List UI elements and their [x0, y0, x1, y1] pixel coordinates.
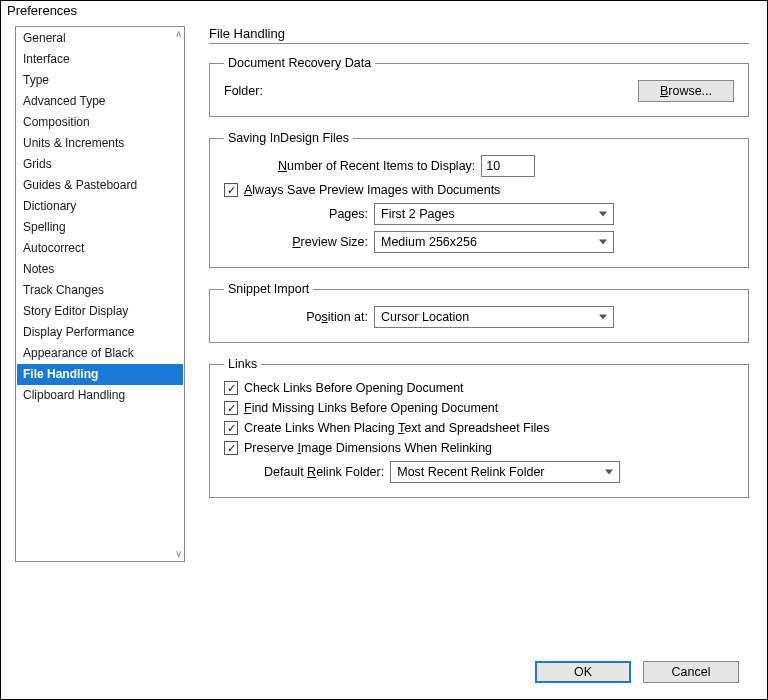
- find-missing-links-checkbox[interactable]: [224, 401, 238, 415]
- default-relink-folder-select[interactable]: Most Recent Relink Folder: [390, 461, 620, 483]
- sidebar-item-advanced-type[interactable]: Advanced Type: [17, 91, 183, 112]
- sidebar-item-grids[interactable]: Grids: [17, 154, 183, 175]
- sidebar-item-general[interactable]: General: [17, 28, 183, 49]
- sidebar-item-track-changes[interactable]: Track Changes: [17, 280, 183, 301]
- group-snippet: Snippet Import Position at: Cursor Locat…: [209, 282, 749, 343]
- window-title: Preferences: [1, 1, 767, 22]
- chevron-down-icon[interactable]: ∨: [175, 549, 182, 559]
- settings-pane: File Handling Document Recovery Data Fol…: [209, 22, 753, 649]
- recovery-folder-label: Folder:: [224, 84, 284, 98]
- check-links-checkbox[interactable]: [224, 381, 238, 395]
- group-snippet-legend: Snippet Import: [224, 282, 313, 296]
- sidebar-item-display-performance[interactable]: Display Performance: [17, 322, 183, 343]
- sidebar-item-autocorrect[interactable]: Autocorrect: [17, 238, 183, 259]
- sidebar-item-interface[interactable]: Interface: [17, 49, 183, 70]
- sidebar-item-appearance-black[interactable]: Appearance of Black: [17, 343, 183, 364]
- group-saving: Saving InDesign Files Number of Recent I…: [209, 131, 749, 268]
- sidebar-item-spelling[interactable]: Spelling: [17, 217, 183, 238]
- recent-items-input[interactable]: [481, 155, 535, 177]
- preview-size-label: Preview Size:: [224, 235, 374, 249]
- find-missing-links-label: Find Missing Links Before Opening Docume…: [244, 401, 498, 415]
- sidebar-item-composition[interactable]: Composition: [17, 112, 183, 133]
- content-area: ∧ General Interface Type Advanced Type C…: [1, 22, 767, 699]
- sidebar-item-clipboard-handling[interactable]: Clipboard Handling: [17, 385, 183, 406]
- chevron-up-icon[interactable]: ∧: [175, 29, 182, 39]
- sidebar-item-notes[interactable]: Notes: [17, 259, 183, 280]
- group-links: Links Check Links Before Opening Documen…: [209, 357, 749, 498]
- sidebar-item-units[interactable]: Units & Increments: [17, 133, 183, 154]
- preserve-image-dims-checkbox[interactable]: [224, 441, 238, 455]
- snippet-position-label: Position at:: [224, 310, 374, 324]
- sidebar-item-type[interactable]: Type: [17, 70, 183, 91]
- always-save-preview-label: Always Save Preview Images with Document…: [244, 183, 500, 197]
- default-relink-folder-label: Default Relink Folder:: [264, 465, 390, 479]
- category-sidebar: ∧ General Interface Type Advanced Type C…: [15, 26, 185, 649]
- group-document-recovery: Document Recovery Data Folder: Browse...: [209, 56, 749, 117]
- group-links-legend: Links: [224, 357, 261, 371]
- cancel-button[interactable]: Cancel: [643, 661, 739, 683]
- preview-size-select[interactable]: Medium 256x256: [374, 231, 614, 253]
- snippet-position-select[interactable]: Cursor Location: [374, 306, 614, 328]
- sidebar-item-dictionary[interactable]: Dictionary: [17, 196, 183, 217]
- sidebar-item-story-editor[interactable]: Story Editor Display: [17, 301, 183, 322]
- recent-items-label: Number of Recent Items to Display:: [278, 159, 481, 173]
- preferences-window: Preferences ∧ General Interface Type Adv…: [0, 0, 768, 700]
- pages-label: Pages:: [224, 207, 374, 221]
- category-list[interactable]: ∧ General Interface Type Advanced Type C…: [15, 26, 185, 562]
- ok-button[interactable]: OK: [535, 661, 631, 683]
- group-saving-legend: Saving InDesign Files: [224, 131, 353, 145]
- group-document-recovery-legend: Document Recovery Data: [224, 56, 375, 70]
- browse-button[interactable]: Browse...: [638, 80, 734, 102]
- sidebar-item-file-handling[interactable]: File Handling: [17, 364, 183, 385]
- dialog-footer: OK Cancel: [15, 649, 753, 699]
- create-links-checkbox[interactable]: [224, 421, 238, 435]
- pages-select[interactable]: First 2 Pages: [374, 203, 614, 225]
- preserve-image-dims-label: Preserve Image Dimensions When Relinking: [244, 441, 492, 455]
- page-title: File Handling: [209, 26, 749, 44]
- sidebar-item-guides[interactable]: Guides & Pasteboard: [17, 175, 183, 196]
- always-save-preview-checkbox[interactable]: [224, 183, 238, 197]
- create-links-label: Create Links When Placing Text and Sprea…: [244, 421, 550, 435]
- check-links-label: Check Links Before Opening Document: [244, 381, 464, 395]
